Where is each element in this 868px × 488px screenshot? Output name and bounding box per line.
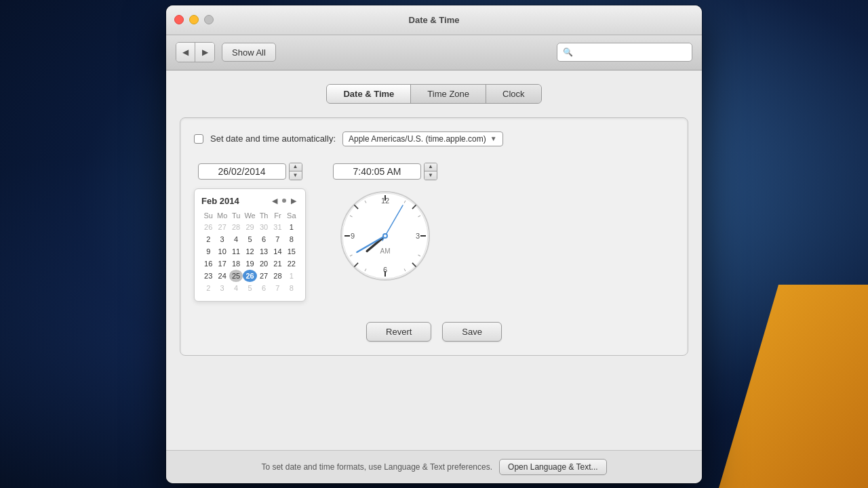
calendar-day[interactable]: 31	[271, 221, 284, 233]
calendar-day[interactable]: 4	[229, 233, 243, 245]
calendar-next-button[interactable]: ▶	[289, 196, 298, 206]
date-clock-area: ▲ ▼ Feb 2014 ◀ ▶	[194, 163, 674, 302]
time-decrement-button[interactable]: ▼	[425, 171, 437, 180]
calendar: Feb 2014 ◀ ▶ Su Mo	[194, 188, 306, 302]
save-button[interactable]: Save	[442, 322, 502, 342]
calendar-day[interactable]: 28	[271, 270, 284, 282]
calendar-day[interactable]: 18	[229, 258, 243, 270]
calendar-day[interactable]: 7	[271, 282, 284, 294]
calendar-day[interactable]: 17	[215, 258, 229, 270]
search-icon: 🔍	[563, 47, 573, 57]
calendar-day[interactable]: 22	[285, 258, 298, 270]
buttons-row: Revert Save	[194, 322, 674, 342]
svg-text:9: 9	[351, 232, 355, 240]
minimize-button[interactable]	[189, 15, 199, 24]
calendar-day[interactable]: 8	[285, 233, 298, 245]
date-stepper: ▲ ▼	[289, 163, 302, 180]
date-increment-button[interactable]: ▲	[290, 163, 302, 171]
calendar-grid: Su Mo Tu We Th Fr Sa 2627282930	[201, 210, 298, 294]
calendar-day[interactable]: 24	[215, 270, 229, 282]
svg-point-27	[384, 235, 387, 237]
server-dropdown[interactable]: Apple Americas/U.S. (time.apple.com) ▼	[342, 131, 503, 146]
calendar-day[interactable]: 9	[201, 245, 215, 258]
calendar-day[interactable]: 30	[257, 221, 271, 233]
forward-button[interactable]: ▶	[195, 43, 214, 62]
tab-group: Date & Time Time Zone Clock	[326, 84, 541, 104]
close-button[interactable]	[174, 15, 184, 24]
weekday-sa: Sa	[285, 210, 298, 221]
calendar-day[interactable]: 2	[201, 233, 215, 245]
calendar-day[interactable]: 27	[215, 221, 229, 233]
date-input-row: ▲ ▼	[198, 163, 302, 180]
tab-date-time[interactable]: Date & Time	[327, 85, 411, 103]
calendar-day[interactable]: 6	[257, 233, 271, 245]
calendar-day[interactable]: 20	[257, 258, 271, 270]
calendar-day[interactable]: 11	[229, 245, 243, 258]
calendar-day[interactable]: 21	[271, 258, 284, 270]
tab-clock[interactable]: Clock	[486, 85, 541, 103]
time-increment-button[interactable]: ▲	[425, 163, 437, 171]
svg-text:3: 3	[416, 232, 420, 240]
calendar-day[interactable]: 28	[229, 221, 243, 233]
calendar-day[interactable]: 7	[271, 233, 284, 245]
auto-set-row: Set date and time automatically: Apple A…	[194, 131, 674, 146]
search-box: 🔍	[557, 43, 692, 62]
calendar-day[interactable]: 5	[243, 282, 257, 294]
calendar-day[interactable]: 12	[243, 245, 257, 258]
svg-text:12: 12	[381, 197, 389, 205]
calendar-day[interactable]: 2	[201, 282, 215, 294]
calendar-day[interactable]: 15	[285, 245, 298, 258]
calendar-day[interactable]: 1	[285, 270, 298, 282]
calendar-day[interactable]: 3	[215, 282, 229, 294]
show-all-button[interactable]: Show All	[222, 43, 276, 62]
calendar-day[interactable]: 16	[201, 258, 215, 270]
settings-panel: Set date and time automatically: Apple A…	[180, 117, 688, 356]
calendar-day[interactable]: 1	[285, 221, 298, 233]
weekday-su: Su	[201, 210, 215, 221]
calendar-header: Feb 2014 ◀ ▶	[201, 196, 298, 206]
calendar-day[interactable]: 27	[257, 270, 271, 282]
calendar-nav: ◀ ▶	[270, 196, 298, 206]
auto-set-checkbox[interactable]	[194, 134, 203, 144]
calendar-day[interactable]: 13	[257, 245, 271, 258]
titlebar: Date & Time	[166, 5, 702, 35]
calendar-day[interactable]: 10	[215, 245, 229, 258]
calendar-day[interactable]: 6	[257, 282, 271, 294]
calendar-day[interactable]: 23	[201, 270, 215, 282]
weekday-we: We	[243, 210, 257, 221]
calendar-dot	[282, 199, 286, 203]
search-input[interactable]	[576, 47, 686, 58]
calendar-day[interactable]: 14	[271, 245, 284, 258]
calendar-day[interactable]: 26	[243, 270, 257, 282]
calendar-day[interactable]: 19	[243, 258, 257, 270]
maximize-button[interactable]	[204, 15, 214, 24]
calendar-day[interactable]: 26	[201, 221, 215, 233]
weekday-th: Th	[257, 210, 271, 221]
svg-text:6: 6	[383, 266, 387, 274]
revert-button[interactable]: Revert	[366, 322, 431, 342]
calendar-day[interactable]: 4	[229, 282, 243, 294]
auto-set-label: Set date and time automatically:	[210, 134, 336, 144]
calendar-day[interactable]: 8	[285, 282, 298, 294]
time-input-row: ▲ ▼	[333, 163, 437, 180]
calendar-day[interactable]: 5	[243, 233, 257, 245]
calendar-day[interactable]: 29	[243, 221, 257, 233]
chevron-down-icon: ▼	[490, 135, 497, 142]
analog-clock: 12 3 6 9 AM	[338, 188, 433, 283]
tab-time-zone[interactable]: Time Zone	[411, 85, 486, 103]
clock-svg: 12 3 6 9 AM	[338, 188, 433, 283]
date-decrement-button[interactable]: ▼	[290, 171, 302, 180]
window-title: Date & Time	[409, 15, 460, 25]
back-button[interactable]: ◀	[176, 43, 195, 62]
weekday-fr: Fr	[271, 210, 284, 221]
clock-section: ▲ ▼	[333, 163, 437, 283]
calendar-prev-button[interactable]: ◀	[270, 196, 279, 206]
date-input[interactable]	[198, 163, 286, 180]
calendar-day[interactable]: 25	[229, 270, 243, 282]
open-language-text-button[interactable]: Open Language & Text...	[499, 459, 607, 475]
date-section: ▲ ▼ Feb 2014 ◀ ▶	[194, 163, 306, 302]
footer-text: To set date and time formats, use Langua…	[261, 462, 492, 472]
toolbar: ◀ ▶ Show All 🔍	[166, 35, 702, 70]
calendar-day[interactable]: 3	[215, 233, 229, 245]
time-input[interactable]	[333, 163, 421, 180]
